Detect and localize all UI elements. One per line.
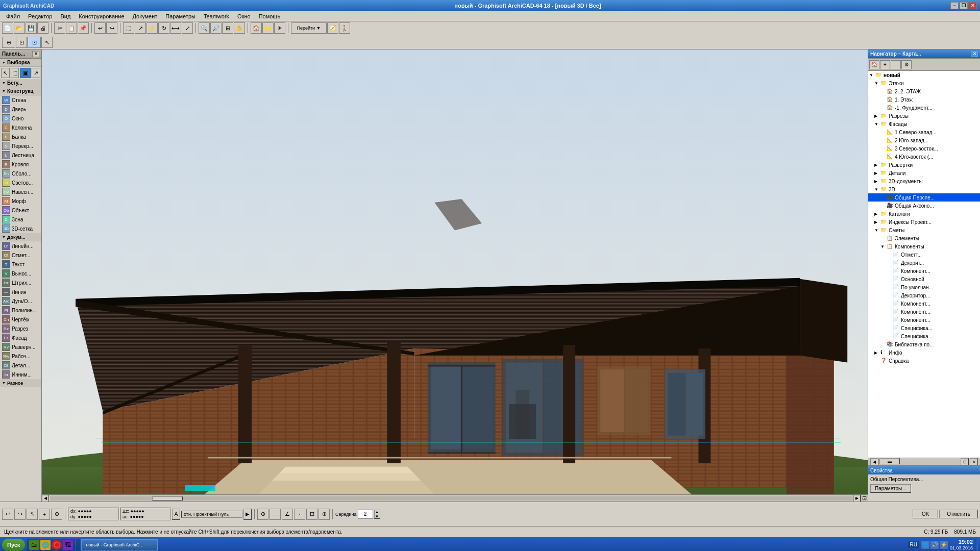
render-btn[interactable]: 🌟: [262, 22, 274, 34]
panel-prop-btn2[interactable]: ✕: [970, 458, 978, 465]
bt-snap6[interactable]: ⊕: [318, 509, 330, 520]
tool-mesh[interactable]: 3D 3D-сетка: [0, 224, 41, 233]
tree-comp-2[interactable]: 📄 Декорит...: [868, 259, 980, 267]
ref-toggle-btn[interactable]: ▶: [243, 509, 252, 520]
snap-btn3[interactable]: ⊡: [28, 37, 41, 48]
toggle-root[interactable]: ▼: [869, 73, 874, 78]
cancel-button[interactable]: Отменить: [939, 510, 978, 518]
tool-linedraw[interactable]: — Линия: [0, 287, 41, 296]
3d-view-btn[interactable]: 🏠: [251, 22, 262, 34]
tool-skylight[interactable]: Lt Светов...: [0, 178, 41, 187]
snap-btn4[interactable]: ↖: [41, 37, 53, 48]
tree-spec-1[interactable]: 📄 Специфика...: [868, 324, 980, 332]
ok-button[interactable]: OK: [913, 510, 938, 518]
tool-roof[interactable]: R Кровля: [0, 160, 41, 169]
panel-prop-btn1[interactable]: ⊡: [961, 458, 969, 465]
tool-level[interactable]: Ot Отмет...: [0, 251, 41, 260]
tray-network-icon[interactable]: 🌐: [921, 541, 929, 549]
tool-stair[interactable]: L Лестница: [0, 151, 41, 160]
start-button[interactable]: Пуск: [2, 539, 25, 551]
tree-facades[interactable]: ▼ 📁 Фасады: [868, 120, 980, 128]
tree-spec-2[interactable]: 📄 Специфика...: [868, 332, 980, 340]
bt-snap[interactable]: ⊕: [51, 509, 62, 520]
menu-view[interactable]: Вид: [56, 12, 75, 20]
menu-edit[interactable]: Редактор: [24, 12, 56, 20]
tree-comp-6[interactable]: 📄 Декоритор...: [868, 291, 980, 299]
tree-comp-9[interactable]: 📄 Компонент...: [868, 316, 980, 324]
stretch-btn[interactable]: ⤢: [182, 22, 193, 34]
tree-facade-4[interactable]: 📐 4 Юго-восток (...: [868, 153, 980, 161]
taskbar-active-task[interactable]: новый - Graphisoft ArchiC...: [81, 539, 158, 550]
taskbar-archicad-icon[interactable]: 🏗: [63, 540, 73, 550]
tool-label[interactable]: V Вынос...: [0, 269, 41, 278]
bt-select[interactable]: ↖: [27, 509, 38, 520]
rotate-btn[interactable]: ↻: [158, 22, 169, 34]
nav-add-btn[interactable]: +: [880, 60, 890, 69]
tree-comp-3[interactable]: 📄 Компонент...: [868, 267, 980, 275]
navigator-close[interactable]: ✕: [971, 51, 978, 57]
tool-object[interactable]: Ob Объект: [0, 206, 41, 215]
minimize-button[interactable]: −: [950, 2, 959, 9]
scroll-thumb[interactable]: [152, 496, 183, 500]
show-desktop-btn[interactable]: [975, 539, 978, 550]
sun-btn[interactable]: ☀: [274, 22, 285, 34]
input-marker[interactable]: A: [172, 509, 180, 520]
sel-box[interactable]: ⬚: [11, 68, 19, 78]
tool-arc[interactable]: Arc Дуга/О...: [0, 296, 41, 306]
tool-shell[interactable]: Sh Оболо...: [0, 169, 41, 178]
left-panel-close[interactable]: ✕: [32, 51, 39, 57]
undo-btn[interactable]: ↩: [94, 22, 106, 34]
tool-drawing[interactable]: Ch Чертёж: [0, 315, 41, 324]
tree-comp-5[interactable]: 📄 По умолчан...: [868, 283, 980, 291]
tool-slab[interactable]: S Перекр...: [0, 141, 41, 151]
tree-axon[interactable]: 🎥 Общая Аксоно...: [868, 202, 980, 210]
tool-elev[interactable]: Fs Фасад: [0, 333, 41, 342]
open-btn[interactable]: 📂: [14, 22, 25, 34]
menu-construct[interactable]: Конструирование: [75, 12, 128, 20]
bt-redo[interactable]: ↪: [14, 509, 26, 520]
tree-info[interactable]: ▶ ℹ Инфо: [868, 348, 980, 357]
tool-innov[interactable]: In Инним...: [0, 370, 41, 379]
mirror-btn[interactable]: ⟷: [170, 22, 181, 34]
nav-delete-btn[interactable]: -: [891, 60, 901, 69]
tree-comp-1[interactable]: 📄 Отметт...: [868, 251, 980, 259]
paste-btn[interactable]: 📌: [78, 22, 89, 34]
tree-3ddocs[interactable]: ▶ 📁 3D-документы: [868, 177, 980, 185]
sel-ptr[interactable]: ↗: [32, 68, 40, 78]
tool-window[interactable]: O Окно: [0, 114, 41, 123]
tool-unfold[interactable]: Rv Разверн...: [0, 342, 41, 352]
menu-document[interactable]: Документ: [129, 12, 162, 20]
tree-facade-2[interactable]: 📐 2 Юго-запад...: [868, 136, 980, 144]
tree-unfoldings[interactable]: ▶ 📁 Развертки: [868, 161, 980, 169]
tree-library[interactable]: 📚 Библиотека по...: [868, 340, 980, 348]
menu-teamwork[interactable]: Teamwork: [200, 12, 233, 20]
restore-button[interactable]: ❐: [960, 2, 968, 9]
tree-components[interactable]: ▼ 📋 Компоненты: [868, 242, 980, 251]
snap-spinner[interactable]: ▲▼: [374, 510, 380, 519]
bt-snap5[interactable]: ⊡: [306, 509, 317, 520]
copy-btn[interactable]: 📋: [66, 22, 77, 34]
menu-file[interactable]: Файл: [2, 12, 24, 20]
selection-section[interactable]: Выборка: [0, 59, 41, 67]
select-btn[interactable]: ⬚: [123, 22, 134, 34]
tool-detail[interactable]: Dt Детал...: [0, 361, 41, 370]
tree-comp-7[interactable]: 📄 Компонент...: [868, 299, 980, 308]
pan-btn[interactable]: ✋: [234, 22, 245, 34]
tree-comp-8[interactable]: 📄 Компонент...: [868, 308, 980, 316]
scroll-right-btn[interactable]: ▶: [853, 495, 861, 502]
panel-mid-btn[interactable]: ▬: [879, 458, 900, 464]
tool-door[interactable]: D Дверь: [0, 105, 41, 114]
tree-root[interactable]: ▼ 📁 новый: [868, 71, 980, 79]
tool-morph[interactable]: M Морф: [0, 196, 41, 206]
redo-btn[interactable]: ↪: [106, 22, 117, 34]
tool-line[interactable]: Ln Линейн...: [0, 241, 41, 251]
taskbar-app-icon[interactable]: ⭕: [52, 540, 62, 550]
tree-estimates[interactable]: ▼ 📁 Сметы: [868, 226, 980, 234]
scroll-left-btn[interactable]: ◀: [42, 495, 49, 502]
bt-add[interactable]: +: [39, 509, 50, 520]
tool-text[interactable]: T Текст: [0, 260, 41, 269]
taskbar-browser-icon[interactable]: 🌐: [40, 540, 51, 550]
bt-snap4[interactable]: ·: [294, 509, 305, 520]
walk-btn[interactable]: 🚶: [339, 22, 350, 34]
snap-btn1[interactable]: ⊕: [2, 37, 15, 48]
